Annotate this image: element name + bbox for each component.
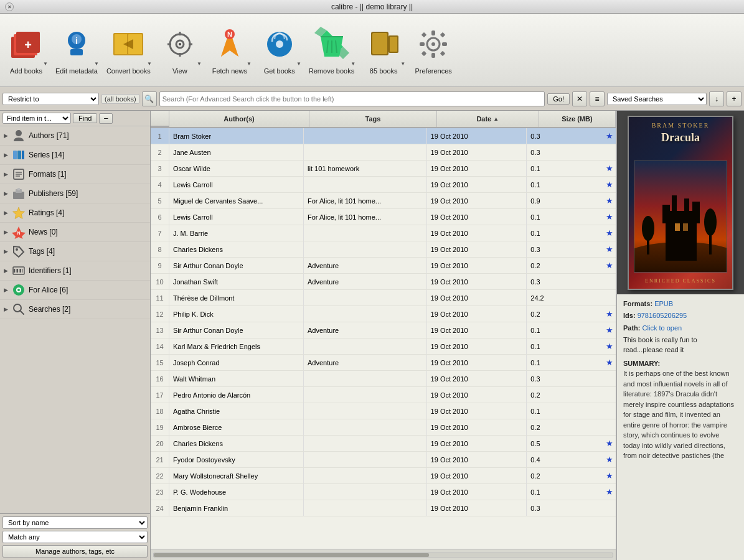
- star-marker-1: ★: [603, 131, 616, 141]
- sidebar-item-series[interactable]: ▶ Series [14]: [0, 146, 150, 165]
- add-books-button[interactable]: + Add books ▼: [1, 16, 51, 85]
- match-dropdown[interactable]: Match any: [2, 531, 148, 543]
- table-row[interactable]: 15 Joseph Conrad Adventure 19 Oct 2010 0…: [151, 355, 616, 371]
- go-button[interactable]: Go!: [547, 93, 570, 105]
- fetch-news-arrow[interactable]: ▼: [247, 61, 252, 67]
- search-options-button[interactable]: ≡: [590, 91, 605, 106]
- table-row[interactable]: 20 Charles Dickens 19 Oct 2010 0.5 ★: [151, 436, 616, 452]
- table-row[interactable]: 14 Karl Marx & Friedrich Engels 19 Oct 2…: [151, 338, 616, 355]
- saved-searches-dropdown[interactable]: Saved Searches: [607, 93, 707, 105]
- sort-dropdown[interactable]: Sort by name: [2, 516, 148, 529]
- size-column-header[interactable]: Size (MB): [539, 111, 616, 127]
- h-scroll-thumb[interactable]: [154, 553, 429, 557]
- svg-rect-7: [70, 49, 83, 55]
- table-row[interactable]: 22 Mary Wollstonecraft Shelley 19 Oct 20…: [151, 468, 616, 484]
- tags-arrow: ▶: [4, 248, 11, 254]
- formats-value[interactable]: EPUB: [654, 300, 673, 307]
- table-row[interactable]: 16 Walt Whitman 19 Oct 2010 0.3: [151, 371, 616, 387]
- table-row[interactable]: 10 Jonathan Swift Adventure 19 Oct 2010 …: [151, 274, 616, 290]
- svg-marker-53: [13, 207, 25, 219]
- sidebar-item-searches[interactable]: ▶ Searches [2]: [0, 300, 150, 319]
- add-books-arrow[interactable]: ▼: [43, 61, 48, 67]
- table-row[interactable]: 19 Ambrose Bierce 19 Oct 2010 0.2: [151, 419, 616, 436]
- horizontal-scrollbar[interactable]: [151, 549, 616, 560]
- table-row[interactable]: 8 Charles Dickens 19 Oct 2010 0.3 ★: [151, 241, 616, 258]
- sidebar-item-identifiers[interactable]: ▶ Identifiers [1]: [0, 261, 150, 281]
- save-search-button[interactable]: ↓: [709, 91, 724, 106]
- sidebar-item-publishers[interactable]: ▶ Publishers [59]: [0, 184, 150, 203]
- sidebar-item-ratings[interactable]: ▶ Ratings [4]: [0, 203, 150, 223]
- view-arrow[interactable]: ▼: [197, 61, 202, 67]
- cover-landscape: [634, 161, 727, 273]
- convert-books-button[interactable]: Convert books ▼: [102, 16, 155, 85]
- tags-resize-handle[interactable]: [434, 111, 436, 127]
- preferences-button[interactable]: Preferences: [408, 16, 458, 85]
- table-row[interactable]: 24 Benjamin Franklin 19 Oct 2010 0.3: [151, 500, 616, 516]
- table-row[interactable]: 3 Oscar Wilde lit 101 homework 19 Oct 20…: [151, 161, 616, 177]
- edit-metadata-button[interactable]: i Edit metadata ▼: [51, 16, 102, 85]
- device-icon: [366, 27, 401, 62]
- restrict-dropdown[interactable]: Restrict to: [2, 93, 99, 105]
- author-column-header[interactable]: Author(s): [169, 111, 309, 127]
- path-value[interactable]: Click to open: [643, 324, 682, 332]
- manage-button[interactable]: Manage authors, tags, etc: [2, 545, 148, 558]
- table-row[interactable]: 23 P. G. Wodehouse 19 Oct 2010 0.1 ★: [151, 484, 616, 500]
- view-button[interactable]: View ▼: [155, 16, 205, 85]
- searches-label: Searches [2]: [29, 305, 70, 314]
- person-icon: [11, 128, 26, 143]
- find-button[interactable]: Find: [73, 113, 97, 123]
- remove-books-button[interactable]: Remove books ▼: [304, 16, 359, 85]
- formats-arrow: ▶: [4, 171, 11, 177]
- device-arrow[interactable]: ▼: [400, 61, 405, 67]
- book-cover-area: BRAM STOKER Dracula: [617, 111, 744, 294]
- table-row[interactable]: 9 Sir Arthur Conan Doyle Adventure 19 Oc…: [151, 258, 616, 274]
- convert-books-arrow[interactable]: ▼: [147, 61, 152, 67]
- author-resize-handle[interactable]: [306, 111, 309, 127]
- table-row[interactable]: 13 Sir Arthur Conan Doyle Adventure 19 O…: [151, 322, 616, 338]
- remove-books-icon: [314, 27, 349, 62]
- ratings-arrow: ▶: [4, 210, 11, 216]
- preferences-icon-area: [413, 24, 453, 64]
- table-row[interactable]: 5 Miguel de Cervantes Saave... For Alice…: [151, 193, 616, 209]
- load-search-button[interactable]: +: [727, 91, 742, 106]
- sidebar-item-for-alice[interactable]: ▶ For Alice [6]: [0, 281, 150, 300]
- collapse-button[interactable]: −: [99, 113, 113, 124]
- table-row[interactable]: 4 Lewis Carroll 19 Oct 2010 0.1 ★: [151, 177, 616, 193]
- svg-point-42: [16, 130, 22, 136]
- clear-search-button[interactable]: ✕: [572, 91, 587, 106]
- tags-column-header[interactable]: Tags: [309, 111, 437, 127]
- formats-row: Formats: EPUB: [623, 299, 738, 309]
- get-books-button[interactable]: Get books ▼: [255, 16, 304, 85]
- table-row[interactable]: 6 Lewis Carroll For Alice, lit 101 home.…: [151, 209, 616, 225]
- date-column-header[interactable]: Date ▲: [437, 111, 539, 127]
- table-row[interactable]: 2 Jane Austen 19 Oct 2010 0.3: [151, 144, 616, 161]
- table-row[interactable]: 17 Pedro Antonio de Alarcón 19 Oct 2010 …: [151, 387, 616, 403]
- table-row[interactable]: 7 J. M. Barrie 19 Oct 2010 0.1 ★: [151, 225, 616, 241]
- close-button[interactable]: ✕: [5, 2, 14, 11]
- sidebar-item-tags[interactable]: ▶ Tags [4]: [0, 242, 150, 261]
- table-row[interactable]: 11 Thérèse de Dillmont 19 Oct 2010 24.2: [151, 290, 616, 306]
- device-button[interactable]: 85 books ▼: [359, 16, 408, 85]
- date-resize-handle[interactable]: [536, 111, 539, 127]
- fetch-news-button[interactable]: N Fetch news ▼: [205, 16, 255, 85]
- find-dropdown[interactable]: Find item in t...: [2, 113, 71, 124]
- sidebar-item-formats[interactable]: ▶ Formats [1]: [0, 165, 150, 184]
- device-icon-area: [364, 24, 403, 64]
- remove-books-arrow[interactable]: ▼: [351, 61, 356, 67]
- preferences-label: Preferences: [415, 67, 452, 75]
- publishers-icon: [11, 186, 26, 201]
- table-row[interactable]: 21 Fyodor Dostoyevsky 19 Oct 2010 0.4 ★: [151, 452, 616, 468]
- table-row[interactable]: 18 Agatha Christie 19 Oct 2010 0.1: [151, 403, 616, 419]
- svg-point-79: [642, 216, 654, 241]
- star-marker-15: ★: [603, 358, 616, 367]
- search-input[interactable]: [159, 91, 545, 106]
- sidebar-item-news[interactable]: ▶ N News [0]: [0, 223, 150, 242]
- tags-icon: [11, 244, 26, 259]
- advanced-search-button[interactable]: 🔍: [142, 91, 157, 106]
- table-row[interactable]: 1 Bram Stoker 19 Oct 2010 0.3 ★: [151, 128, 616, 144]
- get-books-arrow[interactable]: ▼: [296, 61, 301, 67]
- edit-metadata-arrow[interactable]: ▼: [94, 61, 99, 67]
- fetch-news-icon: N: [212, 27, 247, 62]
- table-row[interactable]: 12 Philip K. Dick 19 Oct 2010 0.2 ★: [151, 306, 616, 322]
- sidebar-item-authors[interactable]: ▶ Authors [71]: [0, 126, 150, 146]
